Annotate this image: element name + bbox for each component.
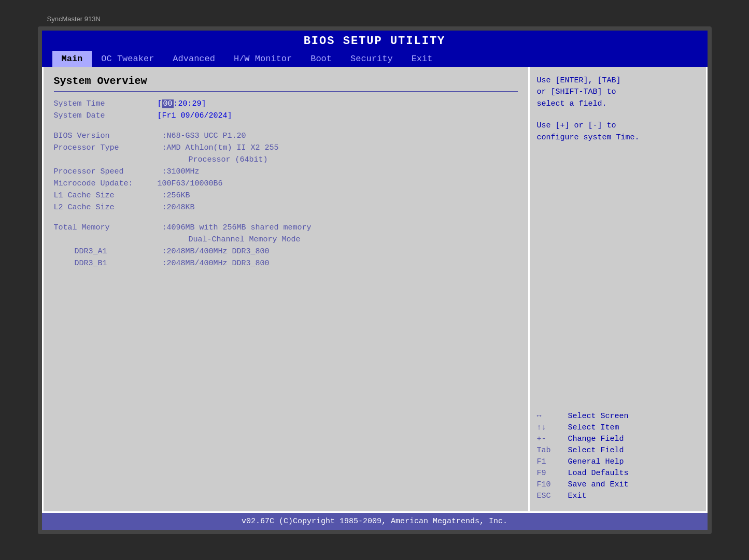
key-symbol-esc: ESC [537,492,568,500]
ddr3-a1-label: DDR3_A1 [54,247,158,256]
l2-cache-label: L2 Cache Size [54,203,158,212]
memory-mode-spacer [54,235,158,244]
nav-item-boot[interactable]: Boot [301,51,341,67]
bios-title: BIOS SETUP UTILITY [42,31,708,51]
nav-bar: Main OC Tweaker Advanced H/W Monitor Boo… [42,51,708,67]
key-row-change-field: +- Change Field [537,435,699,443]
total-memory-value: 4096MB with 256MB shared memory [167,223,312,232]
bios-version-label: BIOS Version [54,132,158,140]
key-desc-f10: Save and Exit [568,480,629,489]
l2-cache-row: L2 Cache Size : 2048KB [54,203,518,212]
key-desc-select-field: Select Field [568,446,624,455]
ddr3-b1-label: DDR3_B1 [54,259,158,268]
help-text2: Use [+] or [-] to configure system Time. [537,120,699,143]
key-symbol-f9: F9 [537,469,568,478]
section-divider [54,91,518,92]
nav-item-main[interactable]: Main [52,51,92,67]
key-row-select-field: Tab Select Field [537,446,699,455]
help-text: Use [ENTER], [TAB] or [SHIFT-TAB] to sel… [537,75,699,110]
memory-mode-value: Dual-Channel Memory Mode [158,235,301,244]
total-memory-sep: : [158,223,167,232]
key-row-select-screen: ↔ Select Screen [537,412,699,421]
total-memory-row: Total Memory : 4096MB with 256MB shared … [54,223,518,232]
system-date-row: System Date [Fri 09/06/2024] [54,111,518,120]
key-row-esc: ESC Exit [537,492,699,500]
processor-speed-value: 3100MHz [167,167,200,176]
help-line1: Use [ENTER], [TAB] [537,76,621,85]
system-time-row: System Time [00:20:29] [54,99,518,108]
l1-cache-value: 256KB [167,191,190,200]
nav-item-security[interactable]: Security [341,51,402,67]
key-row-f10: F10 Save and Exit [537,480,699,489]
ddr3-a1-value: 2048MB/400MHz DDR3_800 [167,247,270,256]
processor-subline-value: Processor (64bit) [158,155,268,164]
processor-subline-label [54,155,158,164]
system-time-selected[interactable]: 00 [162,99,174,108]
bios-version-sep: : [158,132,167,140]
key-desc-select-screen: Select Screen [568,412,629,421]
processor-type-label: Processor Type [54,143,158,152]
memory-mode-row: Dual-Channel Memory Mode [54,235,518,244]
content-area: System Overview System Time [00:20:29] S… [42,67,708,513]
help-line5: Use [+] or [-] to [537,121,616,130]
l2-cache-sep: : [158,203,167,212]
key-desc-f9: Load Defaults [568,469,629,478]
spacer2 [54,215,518,223]
key-symbol-plusminus: +- [537,435,568,443]
processor-speed-sep: : [158,167,167,176]
ddr3-b1-sep: : [158,259,167,268]
help-line2: or [SHIFT-TAB] to [537,88,616,96]
monitor-frame: SyncMaster 913N BIOS SETUP UTILITY Main … [38,26,712,534]
key-desc-esc: Exit [568,492,587,500]
monitor-label: SyncMaster 913N [47,15,101,23]
key-row-f9: F9 Load Defaults [537,469,699,478]
key-symbol-arrows: ↔ [537,412,568,421]
l1-cache-row: L1 Cache Size : 256KB [54,191,518,200]
processor-speed-label: Processor Speed [54,167,158,176]
system-time-value[interactable]: [00:20:29] [158,99,206,108]
microcode-value: 100F63/10000B6 [158,179,223,188]
footer-bar: v02.67C (C)Copyright 1985-2009, American… [42,513,708,530]
key-symbol-f1: F1 [537,457,568,466]
key-desc-f1: General Help [568,457,624,466]
key-help-section: ↔ Select Screen ↑↓ Select Item +- Change… [537,412,699,503]
help-panel: Use [ENTER], [TAB] or [SHIFT-TAB] to sel… [530,67,706,511]
key-symbol-f10: F10 [537,480,568,489]
l2-cache-value: 2048KB [167,203,195,212]
key-symbol-updown: ↑↓ [537,423,568,432]
bios-version-row: BIOS Version : N68-GS3 UCC P1.20 [54,132,518,140]
microcode-row: Microcode Update: 100F63/10000B6 [54,179,518,188]
key-desc-select-item: Select Item [568,423,619,432]
bios-screen: BIOS SETUP UTILITY Main OC Tweaker Advan… [42,31,708,530]
nav-item-exit[interactable]: Exit [402,51,442,67]
nav-item-oc-tweaker[interactable]: OC Tweaker [92,51,163,67]
key-desc-change-field: Change Field [568,435,624,443]
microcode-label: Microcode Update: [54,179,158,188]
spacer1 [54,123,518,132]
key-row-f1: F1 General Help [537,457,699,466]
section-title: System Overview [54,75,518,87]
main-panel: System Overview System Time [00:20:29] S… [44,67,530,511]
ddr3-b1-row: DDR3_B1 : 2048MB/400MHz DDR3_800 [54,259,518,268]
nav-item-hw-monitor[interactable]: H/W Monitor [224,51,301,67]
processor-type-value: AMD Athlon(tm) II X2 255 [167,143,279,152]
l1-cache-sep: : [158,191,167,200]
total-memory-label: Total Memory [54,223,158,232]
key-symbol-tab: Tab [537,446,568,455]
system-date-label: System Date [54,111,158,120]
processor-subline-row: Processor (64bit) [54,155,518,164]
system-time-label: System Time [54,99,158,108]
system-date-value[interactable]: [Fri 09/06/2024] [158,111,232,120]
help-line6: configure system Time. [537,133,640,142]
ddr3-a1-row: DDR3_A1 : 2048MB/400MHz DDR3_800 [54,247,518,256]
bios-version-value: N68-GS3 UCC P1.20 [167,132,246,140]
key-row-select-item: ↑↓ Select Item [537,423,699,432]
nav-item-advanced[interactable]: Advanced [163,51,224,67]
ddr3-b1-value: 2048MB/400MHz DDR3_800 [167,259,270,268]
ddr3-a1-sep: : [158,247,167,256]
processor-type-row: Processor Type : AMD Athlon(tm) II X2 25… [54,143,518,152]
help-spacer [537,149,699,407]
processor-type-sep: : [158,143,167,152]
processor-speed-row: Processor Speed : 3100MHz [54,167,518,176]
l1-cache-label: L1 Cache Size [54,191,158,200]
